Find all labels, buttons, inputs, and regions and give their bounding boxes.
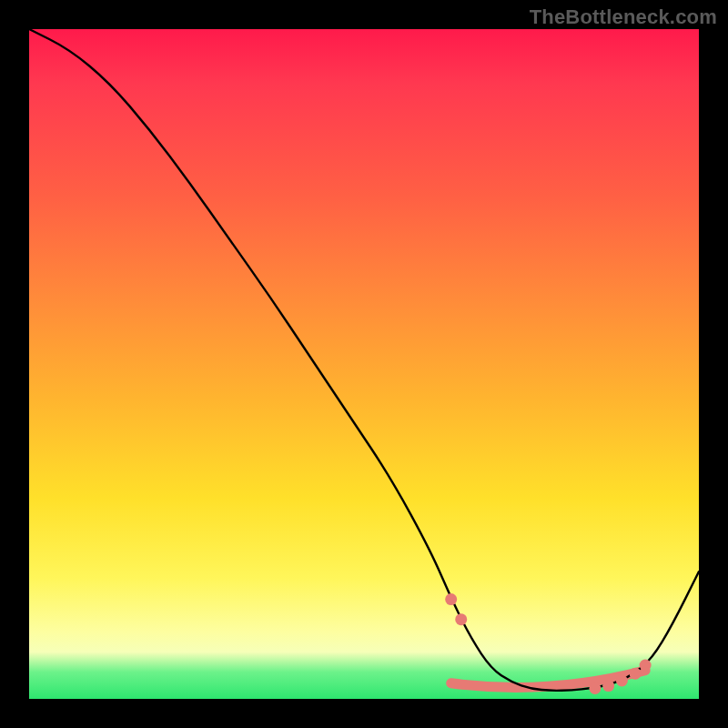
svg-point-3 [602,680,614,692]
bottleneck-curve [29,29,699,691]
plot-area [29,29,699,699]
svg-point-6 [640,659,652,671]
highlight-band [451,671,645,688]
svg-point-4 [616,675,628,687]
svg-point-1 [455,613,467,625]
svg-point-2 [589,682,601,694]
watermark-text: TheBottleneck.com [530,5,717,29]
svg-point-5 [630,668,642,680]
svg-point-0 [445,593,457,605]
chart-frame: TheBottleneck.com [0,0,728,728]
curve-layer [29,29,699,699]
